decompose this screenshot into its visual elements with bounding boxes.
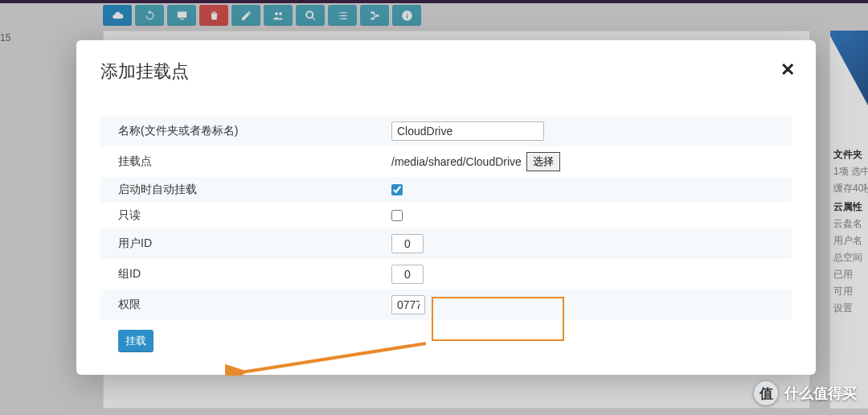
row-permission: 权限	[100, 290, 792, 320]
close-icon[interactable]: ✕	[780, 60, 795, 80]
add-mount-modal: 添加挂载点 ✕ 名称(文件夹或者卷标名) 挂载点 /media/shared/C…	[76, 40, 816, 375]
modal-title: 添加挂载点	[100, 60, 792, 84]
readonly-checkbox[interactable]	[391, 210, 403, 221]
select-path-button[interactable]: 选择	[526, 152, 560, 171]
label-uid: 用户ID	[118, 236, 391, 251]
label-gid: 组ID	[118, 267, 391, 281]
label-name: 名称(文件夹或者卷标名)	[118, 124, 391, 138]
row-name: 名称(文件夹或者卷标名)	[100, 116, 792, 146]
uid-input[interactable]	[391, 234, 424, 253]
automount-checkbox[interactable]	[391, 184, 403, 195]
row-uid: 用户ID	[100, 228, 792, 259]
label-automount: 启动时自动挂载	[118, 183, 391, 197]
mount-point-path: /media/shared/CloudDrive	[391, 155, 522, 168]
annotation-arrow	[225, 340, 426, 376]
row-mount-point: 挂载点 /media/shared/CloudDrive 选择	[100, 146, 792, 177]
row-automount: 启动时自动挂载	[100, 177, 792, 203]
row-gid: 组ID	[100, 259, 792, 290]
mount-form: 名称(文件夹或者卷标名) 挂载点 /media/shared/CloudDriv…	[100, 116, 792, 320]
permission-input[interactable]	[391, 295, 425, 314]
label-mount-point: 挂载点	[118, 154, 391, 169]
gid-input[interactable]	[391, 265, 424, 284]
name-input[interactable]	[391, 121, 544, 141]
svg-line-0	[241, 343, 426, 372]
label-readonly: 只读	[118, 208, 391, 223]
row-readonly: 只读	[100, 203, 792, 228]
label-permission: 权限	[118, 298, 391, 312]
mount-button[interactable]: 挂载	[118, 330, 154, 352]
